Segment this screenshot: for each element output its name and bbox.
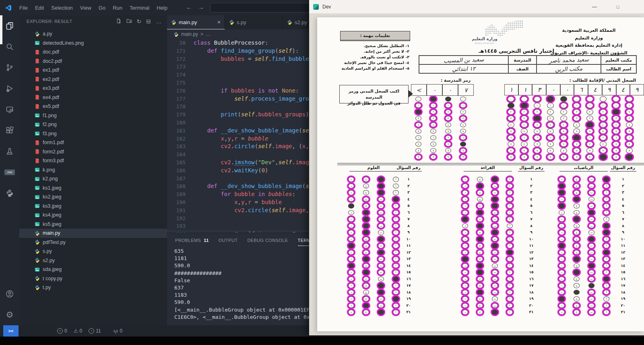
panel-tab-problems[interactable]: PROBLEMS11 <box>175 236 209 246</box>
env-extension-icon[interactable]: .ENV <box>0 162 19 183</box>
file-item-ks5.jpeg[interactable]: ks5.jpeg <box>19 220 167 229</box>
more-actions-icon[interactable]: … <box>156 18 161 25</box>
file-item-f1.png[interactable]: f1.png <box>19 111 167 120</box>
refresh-icon[interactable]: ↻ <box>137 18 142 25</box>
file-item-ks4.jpeg[interactable]: ks4.jpeg <box>19 211 167 220</box>
file-item-a.py[interactable]: a.py <box>19 29 167 39</box>
file-item-detectedLines.png[interactable]: detectedLines.png <box>19 39 167 48</box>
command-center-search[interactable] <box>210 3 312 12</box>
menu-item-edit[interactable]: Edit <box>31 5 47 11</box>
remote-explorer-icon[interactable] <box>0 99 19 120</box>
source-control-icon[interactable] <box>0 57 19 78</box>
file-item-f3.png[interactable]: f3.png <box>19 129 167 138</box>
line-number: 178 <box>167 103 194 111</box>
settings-gear-icon[interactable]: ⚙ <box>0 304 19 325</box>
collapse-folders-icon[interactable]: ⊟ <box>146 18 151 25</box>
bubble: ٢ <box>573 109 580 115</box>
explorer-icon[interactable] <box>0 15 19 36</box>
account-icon[interactable] <box>0 283 19 304</box>
file-item-main.py[interactable]: main.py <box>19 229 167 238</box>
panel-tab-debug-console[interactable]: DEBUG CONSOLE <box>247 236 288 246</box>
testing-beaker-icon[interactable] <box>0 141 19 162</box>
question-number: ١٧ <box>407 283 411 287</box>
file-item-form3.pdf[interactable]: form3.pdf <box>19 156 167 165</box>
bubble: ج <box>363 263 369 269</box>
file-item-sda.jpeg[interactable]: sda.jpeg <box>19 265 167 274</box>
file-item-f2.png[interactable]: f2.png <box>19 120 167 129</box>
civil-record-bubble-grid: ٠٠٠٠٠٠٠٠٠٠١١١١١١١١١١٢٢٢٢٢٢٢٢٢٢٣٣٣٣٣٣٣٣٣٣… <box>504 96 636 160</box>
question-number: ٦ <box>407 211 410 215</box>
file-item-ks1.jpeg[interactable]: ks1.jpeg <box>19 184 167 193</box>
new-file-icon[interactable] <box>116 18 122 25</box>
bubble: ج <box>363 283 369 288</box>
breadcrumb-more[interactable]: … <box>206 31 211 37</box>
line-number: 171 <box>167 47 194 55</box>
editor-tab-s.py[interactable]: s.py <box>225 15 283 29</box>
file-item-t-copy.py[interactable]: t copy.py <box>19 274 167 283</box>
search-icon[interactable] <box>0 36 19 57</box>
file-item-t.py[interactable]: t.py <box>19 283 167 292</box>
bubble: ٤ <box>445 122 451 128</box>
nav-forward-icon[interactable]: → <box>198 4 204 10</box>
menu-item-file[interactable]: File <box>16 5 31 11</box>
menu-item-go[interactable]: Go <box>95 5 109 11</box>
file-item-ks3.jpeg[interactable]: ks3.jpeg <box>19 202 167 211</box>
bubble: د <box>462 303 468 308</box>
img-file-icon <box>35 213 40 218</box>
run-debug-icon[interactable] <box>0 78 19 99</box>
background-window-edge <box>0 15 2 44</box>
question-number: ١١ <box>407 244 411 248</box>
new-folder-icon[interactable] <box>126 18 132 25</box>
file-item-ex1.pdf[interactable]: ex1.pdf <box>19 66 167 75</box>
python-file-icon <box>171 20 176 25</box>
extensions-icon[interactable] <box>0 120 19 141</box>
file-item-form2.pdf[interactable]: form2.pdf <box>19 147 167 157</box>
file-item-k2.png[interactable]: k2.png <box>19 174 167 184</box>
file-item-ks2.jpeg[interactable]: ks2.jpeg <box>19 192 167 202</box>
file-item-ex4.pdf[interactable]: ex4.pdf <box>19 93 167 102</box>
bubble: ج <box>574 270 580 275</box>
file-item-k.png[interactable]: k.png <box>19 165 167 175</box>
file-item-ex3.pdf[interactable]: ex3.pdf <box>19 84 167 93</box>
remote-indicator-button[interactable]: >< <box>3 325 19 337</box>
bubble: أ <box>393 210 399 215</box>
close-tab-icon[interactable]: × <box>217 19 221 25</box>
bubble: ٣ <box>430 116 436 121</box>
file-item-doc2.pdf[interactable]: doc2.pdf <box>19 57 167 66</box>
menu-item-run[interactable]: Run <box>109 5 126 11</box>
question-number: ٦ <box>622 211 624 215</box>
bubble: د <box>348 296 354 302</box>
bubble: ب <box>588 277 594 282</box>
bubble: ب <box>378 290 384 295</box>
menu-item-help[interactable]: Help <box>153 5 171 11</box>
bubble: ج <box>477 190 483 195</box>
file-item-ex5.pdf[interactable]: ex5.pdf <box>19 102 167 111</box>
maximize-button[interactable]: □ <box>612 2 624 11</box>
python-extension-icon[interactable] <box>0 183 19 204</box>
bubble: ٠ <box>626 96 633 102</box>
editor-tab-main.py[interactable]: main.py× <box>167 15 225 29</box>
panel-tab-output[interactable]: OUTPUT <box>219 236 238 246</box>
file-item-doc.pdf[interactable]: doc.pdf <box>19 48 167 57</box>
problems-status[interactable]: ×0 ⚠0 i11 0 <box>57 328 129 334</box>
bubble: ٤ <box>508 122 514 128</box>
bubble: ٣ <box>460 116 466 121</box>
bubble: ج <box>477 290 483 295</box>
file-item-pdfTest.py[interactable]: pdfTest.py <box>19 238 167 247</box>
bubble: أ <box>507 223 513 229</box>
question-number: ١٥ <box>407 270 411 274</box>
ministry-logo-text: وزارة التعليم <box>469 37 501 41</box>
breadcrumb-file[interactable]: main.py <box>181 31 198 37</box>
dev-window-titlebar[interactable]: Dev — □ <box>309 0 644 14</box>
file-item-s.py[interactable]: s.py <box>19 247 167 256</box>
menu-item-view[interactable]: View <box>76 5 95 11</box>
menu-item-terminal[interactable]: Terminal <box>126 5 153 11</box>
bubble: د <box>462 250 468 255</box>
nav-back-icon[interactable]: ← <box>186 4 192 10</box>
file-item-ex2.pdf[interactable]: ex2.pdf <box>19 75 167 84</box>
menu-item-selection[interactable]: Selection <box>47 5 76 11</box>
minimize-button[interactable]: — <box>588 2 601 11</box>
bubble: د <box>462 290 468 295</box>
file-item-s2.py[interactable]: s2.py <box>19 256 167 265</box>
file-item-form1.pdf[interactable]: form1.pdf <box>19 138 167 147</box>
